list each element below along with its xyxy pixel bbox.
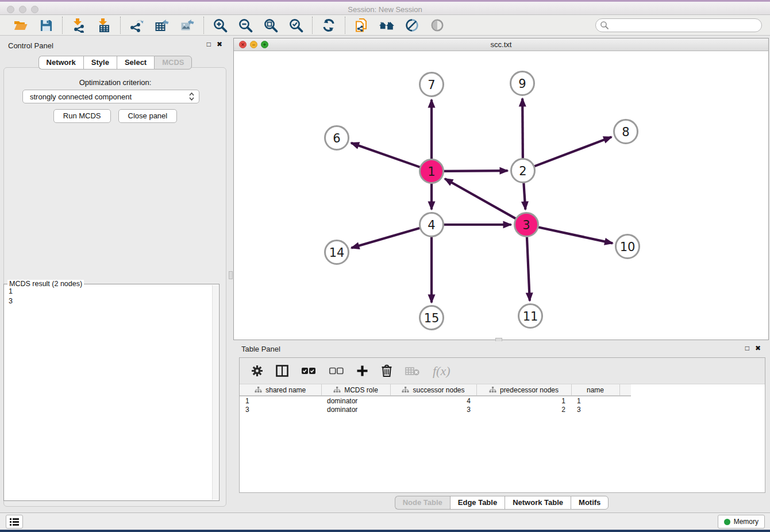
task-history-button[interactable]: [6, 515, 23, 529]
control-panel-tabs: NetworkStyleSelectMCDS: [0, 56, 230, 70]
delete-column-trash-icon[interactable]: [381, 364, 392, 377]
network-title: scc.txt: [234, 40, 768, 49]
node-8[interactable]: 8: [614, 120, 638, 144]
cell[interactable]: 2: [476, 405, 571, 414]
tab-node-table[interactable]: Node Table: [395, 496, 450, 510]
cell[interactable]: dominator: [321, 405, 390, 414]
node-4[interactable]: 4: [420, 213, 444, 237]
edge-3-1[interactable]: [445, 179, 515, 218]
node-10[interactable]: 10: [616, 235, 640, 259]
export-table-icon[interactable]: [154, 17, 170, 33]
network-window-titlebar[interactable]: ✕ − + scc.txt: [234, 38, 768, 51]
node-14[interactable]: 14: [325, 241, 349, 264]
node-6[interactable]: 6: [325, 126, 349, 150]
node-11[interactable]: 11: [519, 304, 542, 328]
node-label: 1: [428, 165, 435, 179]
function-builder-button[interactable]: f(x): [433, 364, 451, 379]
tab-network-table[interactable]: Network Table: [505, 496, 571, 510]
import-network-icon[interactable]: [71, 17, 87, 33]
tab-edge-table[interactable]: Edge Table: [450, 496, 505, 510]
export-image-icon[interactable]: [179, 17, 195, 33]
column-header-shared-name[interactable]: shared name: [240, 384, 321, 396]
table-row[interactable]: 3dominator323: [240, 405, 631, 414]
network-canvas[interactable]: 1234678910111415: [234, 51, 768, 340]
node-9[interactable]: 9: [511, 72, 534, 95]
table-panel-tabs: Node TableEdge TableNetwork TableMotifs: [233, 496, 770, 510]
create-column-icon[interactable]: [356, 365, 368, 377]
result-scrollbar[interactable]: [212, 285, 218, 500]
node-7[interactable]: 7: [420, 73, 444, 97]
node-label: 10: [620, 240, 636, 254]
column-header-predecessor-nodes[interactable]: predecessor nodes: [476, 384, 571, 396]
cell[interactable]: 3: [390, 405, 476, 414]
apply-style-icon[interactable]: [404, 17, 420, 33]
cell[interactable]: 3: [240, 405, 321, 414]
save-session-icon[interactable]: [38, 17, 54, 33]
import-table-icon[interactable]: [96, 17, 112, 33]
edge-3-11[interactable]: [527, 237, 530, 300]
deselect-all-columns-icon[interactable]: [329, 367, 344, 375]
cell[interactable]: 3: [571, 405, 619, 414]
panel-splitter-handle[interactable]: [229, 271, 233, 279]
refresh-icon[interactable]: [321, 17, 337, 33]
show-column-panel-icon[interactable]: [276, 365, 288, 377]
cell[interactable]: 1: [476, 396, 571, 405]
close-panel-icon[interactable]: ✖: [755, 344, 761, 352]
edge-1-2[interactable]: [444, 171, 507, 171]
tab-select[interactable]: Select: [117, 56, 154, 70]
table-panel-title: Table Panel: [241, 345, 280, 353]
node-2[interactable]: 2: [511, 159, 535, 183]
float-panel-icon[interactable]: □: [745, 344, 749, 352]
zoom-out-icon[interactable]: [237, 17, 253, 33]
status-bar: Memory: [0, 512, 770, 530]
node-label: 7: [428, 78, 435, 92]
node-label: 15: [424, 311, 440, 325]
edge-2-8[interactable]: [534, 137, 611, 166]
cell[interactable]: dominator: [321, 396, 390, 405]
edge-4-14[interactable]: [351, 228, 419, 248]
node-1[interactable]: 1: [420, 160, 444, 183]
edge-1-6[interactable]: [351, 143, 420, 167]
node-3[interactable]: 3: [515, 213, 538, 237]
optimization-criterion-select[interactable]: strongly connected component: [22, 90, 199, 103]
chevron-updown-icon: [188, 92, 195, 101]
edge-2-3[interactable]: [523, 183, 525, 209]
tab-motifs[interactable]: Motifs: [571, 496, 609, 510]
column-header-successor-nodes[interactable]: successor nodes: [390, 384, 476, 396]
cell[interactable]: 1: [240, 396, 321, 405]
edge-2-9[interactable]: [522, 98, 523, 158]
column-header-name[interactable]: name: [571, 384, 619, 396]
tab-style[interactable]: Style: [83, 56, 117, 70]
close-panel-icon[interactable]: ✖: [217, 40, 222, 48]
search-input[interactable]: [595, 18, 762, 32]
zoom-fit-icon[interactable]: [263, 17, 279, 33]
export-network-icon[interactable]: [129, 17, 145, 33]
table-toolbar: f(x): [240, 358, 765, 384]
edge-3-10[interactable]: [538, 228, 613, 244]
memory-button[interactable]: Memory: [718, 515, 765, 529]
table-settings-gear-icon[interactable]: [251, 365, 263, 377]
tab-network[interactable]: Network: [38, 56, 83, 70]
close-panel-button[interactable]: Close panel: [118, 109, 178, 123]
run-mcds-button[interactable]: Run MCDS: [53, 109, 111, 123]
column-header-MCDS-role[interactable]: MCDS role: [321, 384, 390, 396]
select-all-columns-icon[interactable]: [301, 367, 316, 375]
cell[interactable]: 4: [390, 396, 476, 405]
home-neighbors-icon[interactable]: [379, 17, 395, 33]
zoom-selected-icon[interactable]: [288, 17, 304, 33]
tab-mcds[interactable]: MCDS: [154, 56, 192, 70]
duplicate-network-icon[interactable]: [353, 17, 369, 33]
node-label: 2: [519, 164, 526, 178]
table-row[interactable]: 1dominator411: [240, 396, 631, 405]
delete-table-icon[interactable]: [405, 366, 420, 376]
list-icon: [9, 518, 20, 526]
node-label: 14: [329, 246, 345, 260]
mac-titlebar: Session: New Session: [0, 0, 770, 15]
node-table[interactable]: shared nameMCDS rolesuccessor nodesprede…: [240, 384, 631, 414]
float-panel-icon[interactable]: □: [207, 40, 211, 48]
cell[interactable]: 1: [571, 396, 619, 405]
show-hide-icon[interactable]: [429, 17, 445, 33]
open-session-icon[interactable]: [13, 17, 29, 33]
node-15[interactable]: 15: [420, 306, 444, 330]
zoom-in-icon[interactable]: [212, 17, 228, 33]
